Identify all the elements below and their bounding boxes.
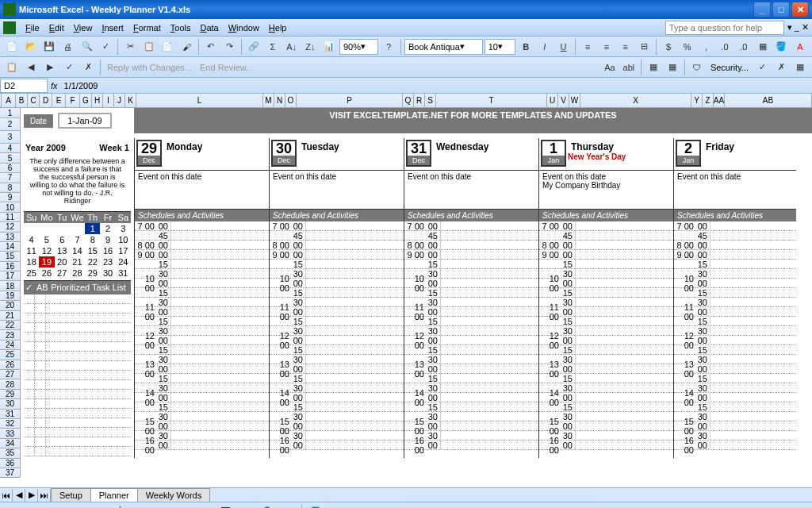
time-slot[interactable]: 12 0000 bbox=[674, 336, 796, 345]
col-header[interactable]: T bbox=[436, 94, 547, 107]
time-slot[interactable]: 7 0000 bbox=[404, 221, 538, 231]
accept-button[interactable]: ✓ bbox=[60, 59, 78, 76]
save-button[interactable]: 💾 bbox=[40, 38, 58, 56]
task-row[interactable] bbox=[24, 371, 131, 380]
arrow-style-tool[interactable]: ⇄ bbox=[410, 503, 427, 509]
time-slot[interactable]: 8 0000 bbox=[135, 241, 269, 250]
tab-prev-button[interactable]: ◀ bbox=[13, 489, 25, 502]
time-slot[interactable]: 10 0000 bbox=[270, 279, 404, 288]
row-header[interactable]: 28 bbox=[0, 379, 21, 389]
mini-cal-day[interactable]: 3 bbox=[116, 223, 131, 234]
font-size-dropdown[interactable]: 10 ▾ bbox=[485, 39, 516, 55]
borders-button[interactable]: ▦ bbox=[754, 38, 772, 56]
time-slot[interactable]: 9 0000 bbox=[270, 250, 404, 260]
time-slot[interactable]: 15 bbox=[135, 260, 269, 269]
time-slot[interactable]: 13 0000 bbox=[404, 364, 538, 374]
time-slot[interactable]: 15 0000 bbox=[270, 421, 404, 431]
copy-button[interactable]: 📋 bbox=[140, 38, 158, 56]
time-slot[interactable]: 11 0000 bbox=[135, 307, 269, 317]
row-header[interactable]: 23 bbox=[0, 330, 21, 340]
sheet-tab-weekly-words[interactable]: Weekly Words bbox=[137, 488, 211, 502]
row-header[interactable]: 26 bbox=[0, 360, 21, 370]
font-color-button[interactable]: A bbox=[791, 38, 809, 56]
time-slot[interactable]: 16 0000 bbox=[404, 441, 538, 450]
time-slot[interactable]: 15 bbox=[674, 260, 796, 269]
close-button[interactable]: ✕ bbox=[791, 2, 809, 17]
paste-button[interactable]: 📄 bbox=[159, 38, 177, 56]
row-header[interactable]: 19 bbox=[0, 291, 21, 301]
3d-tool[interactable]: ◧ bbox=[451, 503, 469, 509]
align-center-button[interactable]: ≡ bbox=[598, 38, 615, 56]
time-slot[interactable]: 13 0000 bbox=[539, 364, 673, 374]
time-slot[interactable]: 14 0000 bbox=[539, 393, 673, 402]
preview-button[interactable]: 🔍 bbox=[79, 38, 96, 56]
time-slot[interactable]: 15 bbox=[404, 260, 538, 269]
time-slot[interactable]: 8 0000 bbox=[674, 241, 796, 250]
inc-decimal-button[interactable]: .0 bbox=[716, 38, 733, 56]
mini-cal-day[interactable]: 14 bbox=[70, 245, 85, 256]
sec-a-button[interactable]: ✓ bbox=[753, 59, 771, 76]
line-style-tool[interactable]: ≡ bbox=[369, 503, 386, 509]
row-header[interactable]: 25 bbox=[0, 350, 21, 360]
dec-decimal-button[interactable]: .0 bbox=[735, 38, 753, 56]
row-header[interactable]: 29 bbox=[0, 390, 21, 399]
menu-format[interactable]: Format bbox=[128, 21, 166, 34]
mini-cal-day[interactable]: 20 bbox=[55, 256, 70, 267]
tab-first-button[interactable]: ⏮ bbox=[0, 489, 13, 502]
time-slot[interactable]: 14 0000 bbox=[404, 393, 538, 402]
line-tool[interactable]: ╲ bbox=[114, 503, 132, 509]
time-slot[interactable]: 9 0000 bbox=[674, 250, 796, 260]
col-header[interactable]: N bbox=[274, 94, 285, 107]
menu-window[interactable]: Window bbox=[224, 21, 264, 34]
mini-cal-day[interactable]: 15 bbox=[85, 245, 100, 256]
task-row[interactable] bbox=[24, 342, 131, 352]
textbox-tool[interactable]: A bbox=[197, 503, 214, 509]
time-slot[interactable]: 15 bbox=[539, 260, 673, 269]
time-slot[interactable]: 45 bbox=[270, 231, 404, 241]
col-header[interactable]: C bbox=[28, 94, 40, 107]
col-header[interactable]: G bbox=[80, 94, 92, 107]
time-slot[interactable]: 10 0000 bbox=[539, 279, 673, 288]
col-header[interactable]: S bbox=[425, 94, 436, 107]
mini-cal-day[interactable]: 25 bbox=[24, 267, 39, 279]
time-slot[interactable]: 16 0000 bbox=[270, 441, 404, 450]
mini-cal-day[interactable]: 13 bbox=[55, 245, 70, 256]
row-header[interactable]: 14 bbox=[0, 242, 21, 252]
col-header[interactable]: J bbox=[114, 94, 125, 107]
row-header[interactable]: 9 bbox=[0, 193, 21, 202]
task-row[interactable] bbox=[24, 294, 131, 304]
wordart-tool[interactable]: 🅰 bbox=[217, 503, 235, 509]
spell-button[interactable]: ✓ bbox=[98, 38, 115, 56]
task-row[interactable] bbox=[24, 333, 131, 342]
row-header[interactable]: 32 bbox=[0, 419, 21, 429]
col-header[interactable]: E bbox=[52, 94, 66, 107]
col-header[interactable]: W bbox=[569, 94, 580, 107]
time-slot[interactable]: 45 bbox=[539, 231, 673, 241]
mini-cal-day[interactable]: 23 bbox=[100, 256, 115, 267]
mini-cal-day[interactable]: 16 bbox=[100, 245, 115, 256]
menu-tools[interactable]: Tools bbox=[166, 21, 196, 34]
col-header[interactable]: AA bbox=[714, 94, 725, 107]
row-header[interactable]: 13 bbox=[0, 233, 21, 242]
help-button[interactable]: ? bbox=[380, 38, 397, 56]
row-header[interactable]: 33 bbox=[0, 429, 21, 438]
mini-cal-day[interactable]: 27 bbox=[55, 267, 70, 279]
mini-cal-day[interactable]: 12 bbox=[39, 245, 54, 256]
arrow-tool[interactable]: ↘ bbox=[135, 503, 152, 509]
time-slot[interactable]: 10 0000 bbox=[674, 279, 796, 288]
currency-button[interactable]: $ bbox=[660, 38, 677, 56]
col-header[interactable]: O bbox=[285, 94, 297, 107]
row-header[interactable]: 34 bbox=[0, 439, 21, 448]
prev-change-button[interactable]: ◀ bbox=[22, 59, 40, 76]
row-header[interactable]: 2 bbox=[0, 118, 21, 131]
col-header[interactable]: H bbox=[92, 94, 103, 107]
row-header[interactable]: 27 bbox=[0, 370, 21, 379]
row-header[interactable]: 16 bbox=[0, 262, 21, 271]
minimize-button[interactable]: _ bbox=[753, 2, 771, 17]
row-header[interactable]: 15 bbox=[0, 252, 21, 261]
next-change-button[interactable]: ▶ bbox=[41, 59, 59, 76]
line-color-tool[interactable]: 🖊 bbox=[327, 503, 345, 509]
col-header[interactable]: Z bbox=[703, 94, 714, 107]
time-slot[interactable]: 11 0000 bbox=[404, 307, 538, 317]
percent-button[interactable]: % bbox=[679, 38, 696, 56]
